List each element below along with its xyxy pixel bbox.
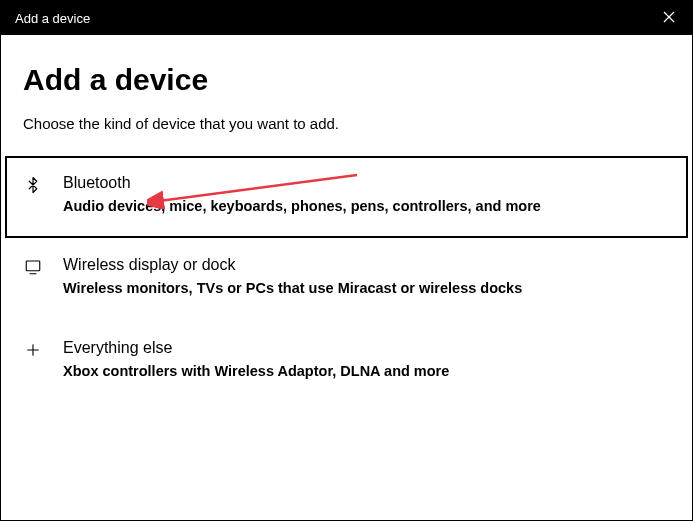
option-wireless-display-title: Wireless display or dock xyxy=(63,256,670,274)
page-heading: Add a device xyxy=(1,63,692,97)
option-bluetooth-title: Bluetooth xyxy=(63,174,668,192)
close-icon xyxy=(663,9,675,27)
page-subheading: Choose the kind of device that you want … xyxy=(1,115,692,132)
bluetooth-icon xyxy=(23,176,43,194)
close-button[interactable] xyxy=(660,9,678,27)
display-icon xyxy=(23,258,43,276)
option-bluetooth[interactable]: Bluetooth Audio devices, mice, keyboards… xyxy=(5,156,688,238)
option-wireless-display-desc: Wireless monitors, TVs or PCs that use M… xyxy=(63,278,670,298)
content-area: Add a device Choose the kind of device t… xyxy=(1,35,692,403)
option-everything-else[interactable]: Everything else Xbox controllers with Wi… xyxy=(1,321,692,403)
option-everything-else-text: Everything else Xbox controllers with Wi… xyxy=(63,339,670,381)
titlebar: Add a device xyxy=(1,1,692,35)
plus-icon xyxy=(23,341,43,359)
titlebar-text: Add a device xyxy=(15,11,90,26)
option-everything-else-desc: Xbox controllers with Wireless Adaptor, … xyxy=(63,361,670,381)
option-everything-else-title: Everything else xyxy=(63,339,670,357)
option-wireless-display-text: Wireless display or dock Wireless monito… xyxy=(63,256,670,298)
option-bluetooth-text: Bluetooth Audio devices, mice, keyboards… xyxy=(63,174,668,216)
option-wireless-display[interactable]: Wireless display or dock Wireless monito… xyxy=(1,238,692,320)
svg-rect-2 xyxy=(26,261,40,271)
option-bluetooth-desc: Audio devices, mice, keyboards, phones, … xyxy=(63,196,668,216)
